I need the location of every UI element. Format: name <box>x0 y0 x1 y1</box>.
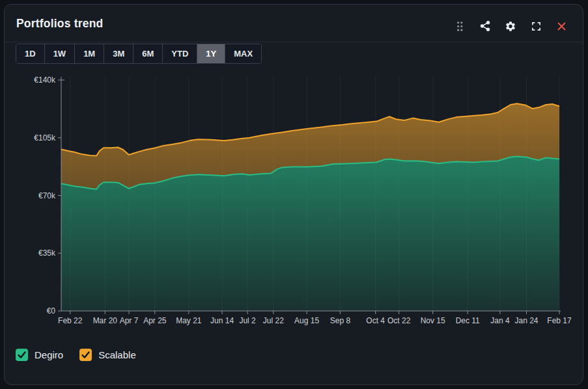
range-button-1w[interactable]: 1W <box>44 44 75 63</box>
fullscreen-icon[interactable] <box>530 20 542 32</box>
x-axis-label: May 21 <box>176 316 202 325</box>
legend-item-scalable[interactable]: Scalable <box>79 349 136 361</box>
range-button-1m[interactable]: 1M <box>74 44 104 63</box>
time-range-selector: 1D1W1M3M6MYTD1YMAX <box>16 44 262 64</box>
range-button-ytd[interactable]: YTD <box>162 44 197 63</box>
y-axis-label: €140k <box>34 75 56 85</box>
x-axis-label: Jan 24 <box>514 316 538 325</box>
x-axis-label: Jul 2 <box>239 316 256 325</box>
x-axis-label: Jun 14 <box>210 316 234 325</box>
legend-label: Degiro <box>35 349 63 360</box>
portfolios-trend-widget: Portfolios trend <box>4 4 583 385</box>
drag-handle-icon[interactable] <box>454 20 466 32</box>
x-axis-label: Mar 20 <box>93 316 118 325</box>
page-title: Portfolios trend <box>16 17 103 31</box>
y-axis-label: €0 <box>47 306 56 315</box>
y-axis-label: €35k <box>38 248 56 258</box>
chart-legend: DegiroScalable <box>16 349 136 361</box>
range-button-3m[interactable]: 3M <box>104 44 133 63</box>
y-axis-label: €70k <box>38 191 56 200</box>
y-axis-label: €105k <box>34 133 56 142</box>
x-axis-label: Nov 15 <box>421 316 445 325</box>
widget-toolbar-icons <box>454 20 567 32</box>
legend-label: Scalable <box>98 349 136 360</box>
range-button-1d[interactable]: 1D <box>16 44 44 63</box>
legend-item-degiro[interactable]: Degiro <box>16 349 63 361</box>
settings-icon[interactable] <box>505 20 516 32</box>
range-button-1y[interactable]: 1Y <box>197 44 225 63</box>
range-button-max[interactable]: MAX <box>225 44 261 63</box>
header-divider <box>5 42 583 42</box>
close-icon[interactable] <box>555 20 567 32</box>
x-axis-label: Sep 8 <box>330 316 351 325</box>
x-axis-label: Oct 22 <box>387 316 411 325</box>
x-axis-label: Aug 15 <box>294 316 319 325</box>
share-icon[interactable] <box>479 20 491 32</box>
x-axis-label: Oct 4 <box>366 316 385 325</box>
x-axis-label: Jan 4 <box>490 316 510 325</box>
checkbox-scalable[interactable] <box>79 349 92 361</box>
portfolios-trend-chart[interactable]: €0€35k€70k€105k€140kFeb 22Mar 20Apr 7Apr… <box>5 72 584 332</box>
x-axis-label: Apr 7 <box>120 316 139 325</box>
range-button-6m[interactable]: 6M <box>133 44 162 63</box>
x-axis-label: Feb 22 <box>58 316 83 325</box>
x-axis-label: Feb 17 <box>547 316 572 325</box>
x-axis-label: Jul 22 <box>263 316 284 325</box>
x-axis-label: Apr 25 <box>143 316 167 325</box>
checkbox-degiro[interactable] <box>16 349 28 361</box>
x-axis-label: Dec 11 <box>456 316 480 325</box>
